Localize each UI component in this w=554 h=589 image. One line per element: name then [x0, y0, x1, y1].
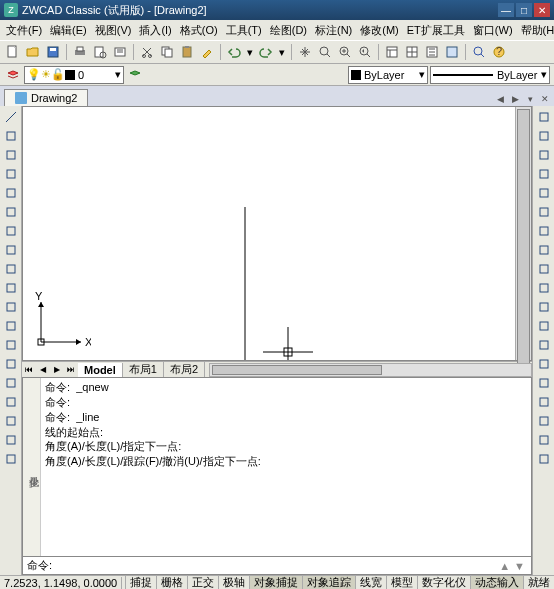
- make-block-icon[interactable]: [2, 336, 20, 354]
- leader-icon[interactable]: [535, 393, 553, 411]
- match-prop-icon[interactable]: [198, 43, 216, 61]
- tolerance-icon[interactable]: [535, 412, 553, 430]
- new-icon[interactable]: [4, 43, 22, 61]
- insert-block-icon[interactable]: [2, 317, 20, 335]
- redo-icon[interactable]: [257, 43, 275, 61]
- dim-diameter-icon[interactable]: [535, 298, 553, 316]
- ellipse-icon[interactable]: [2, 279, 20, 297]
- polygon-icon[interactable]: [2, 165, 20, 183]
- status-线宽[interactable]: 线宽: [355, 576, 386, 589]
- dim-continue-icon[interactable]: [535, 374, 553, 392]
- dim-arc-icon[interactable]: [535, 241, 553, 259]
- properties-icon[interactable]: [383, 43, 401, 61]
- linetype-selector[interactable]: ByLayer ▾: [430, 66, 550, 84]
- status-数字化仪[interactable]: 数字化仪: [417, 576, 470, 589]
- distance-icon[interactable]: [535, 108, 553, 126]
- menu-dimension[interactable]: 标注(N): [311, 21, 356, 40]
- undo-dropdown-icon[interactable]: ▾: [245, 43, 255, 61]
- maximize-button[interactable]: □: [516, 3, 532, 17]
- status-极轴[interactable]: 极轴: [218, 576, 249, 589]
- gradient-icon[interactable]: [2, 393, 20, 411]
- vertical-scrollbar[interactable]: [515, 107, 531, 360]
- layout1-tab[interactable]: 布局1: [123, 361, 164, 378]
- coordinates-display[interactable]: 7.2523, 1.1498, 0.0000: [0, 577, 122, 589]
- center-mark-icon[interactable]: [535, 431, 553, 449]
- dim-aligned-icon[interactable]: [535, 222, 553, 240]
- list-icon[interactable]: [535, 165, 553, 183]
- menu-insert[interactable]: 插入(I): [135, 21, 175, 40]
- doc-tab-active[interactable]: Drawing2: [4, 89, 88, 106]
- hatch-icon[interactable]: [2, 374, 20, 392]
- status-捕捉[interactable]: 捕捉: [125, 576, 156, 589]
- print-preview-icon[interactable]: [91, 43, 109, 61]
- layer-previous-icon[interactable]: [126, 66, 144, 84]
- tab-first-button[interactable]: ⏮: [22, 363, 36, 377]
- status-动态输入[interactable]: 动态输入: [470, 576, 523, 589]
- region-mass-icon[interactable]: [535, 146, 553, 164]
- cmd-side-label[interactable]: 最少化: [23, 378, 41, 556]
- dim-linear-icon[interactable]: [535, 203, 553, 221]
- zoom-extents-icon[interactable]: [470, 43, 488, 61]
- cmd-scroll-up-icon[interactable]: ▲: [497, 560, 512, 572]
- save-icon[interactable]: [44, 43, 62, 61]
- publish-icon[interactable]: [111, 43, 129, 61]
- menu-modify[interactable]: 修改(M): [356, 21, 403, 40]
- menu-tools[interactable]: 工具(T): [222, 21, 266, 40]
- arc-icon[interactable]: [2, 203, 20, 221]
- menu-view[interactable]: 视图(V): [91, 21, 136, 40]
- tool-palettes-icon[interactable]: [423, 43, 441, 61]
- menu-draw[interactable]: 绘图(D): [266, 21, 311, 40]
- zoom-previous-icon[interactable]: [356, 43, 374, 61]
- dim-edit-icon[interactable]: [535, 450, 553, 468]
- revision-cloud-icon[interactable]: [2, 241, 20, 259]
- open-icon[interactable]: [24, 43, 42, 61]
- dim-angular-icon[interactable]: [535, 317, 553, 335]
- table-icon[interactable]: [2, 431, 20, 449]
- construction-line-icon[interactable]: [2, 127, 20, 145]
- dim-ordinate-icon[interactable]: [535, 260, 553, 278]
- undo-icon[interactable]: [225, 43, 243, 61]
- menu-file[interactable]: 文件(F): [2, 21, 46, 40]
- minimize-button[interactable]: —: [498, 3, 514, 17]
- menu-help[interactable]: 帮助(H): [517, 21, 554, 40]
- polyline-icon[interactable]: [2, 146, 20, 164]
- horizontal-scrollbar[interactable]: [209, 363, 532, 377]
- layer-selector[interactable]: 💡 ☀ 🔓 0 ▾: [24, 66, 124, 84]
- line-icon[interactable]: [2, 108, 20, 126]
- zoom-realtime-icon[interactable]: [316, 43, 334, 61]
- tab-menu-button[interactable]: ▾: [523, 92, 537, 106]
- quick-dim-icon[interactable]: [535, 336, 553, 354]
- close-button[interactable]: ✕: [534, 3, 550, 17]
- pan-icon[interactable]: [296, 43, 314, 61]
- status-就绪[interactable]: 就绪: [523, 576, 554, 589]
- status-正交[interactable]: 正交: [187, 576, 218, 589]
- tab-next-button[interactable]: ▶: [50, 363, 64, 377]
- rectangle-icon[interactable]: [2, 184, 20, 202]
- color-selector[interactable]: ByLayer ▾: [348, 66, 428, 84]
- sheet-set-icon[interactable]: [443, 43, 461, 61]
- copy-icon[interactable]: [158, 43, 176, 61]
- command-input[interactable]: [56, 560, 497, 572]
- ellipse-arc-icon[interactable]: [2, 298, 20, 316]
- design-center-icon[interactable]: [403, 43, 421, 61]
- region-icon[interactable]: [2, 412, 20, 430]
- zoom-window-icon[interactable]: [336, 43, 354, 61]
- print-icon[interactable]: [71, 43, 89, 61]
- status-模型[interactable]: 模型: [386, 576, 417, 589]
- tab-close-button[interactable]: ✕: [538, 92, 552, 106]
- tab-next-button[interactable]: ▶: [508, 92, 522, 106]
- multiline-text-icon[interactable]: [2, 450, 20, 468]
- paste-icon[interactable]: [178, 43, 196, 61]
- spline-icon[interactable]: [2, 260, 20, 278]
- point-icon[interactable]: [2, 355, 20, 373]
- id-point-icon[interactable]: [535, 184, 553, 202]
- menu-edit[interactable]: 编辑(E): [46, 21, 91, 40]
- dim-radius-icon[interactable]: [535, 279, 553, 297]
- dim-baseline-icon[interactable]: [535, 355, 553, 373]
- drawing-canvas[interactable]: X Y: [23, 107, 531, 360]
- status-栅格[interactable]: 栅格: [156, 576, 187, 589]
- help-icon[interactable]: ?: [490, 43, 508, 61]
- circle-icon[interactable]: [2, 222, 20, 240]
- tab-last-button[interactable]: ⏭: [64, 363, 78, 377]
- menu-et[interactable]: ET扩展工具: [403, 21, 469, 40]
